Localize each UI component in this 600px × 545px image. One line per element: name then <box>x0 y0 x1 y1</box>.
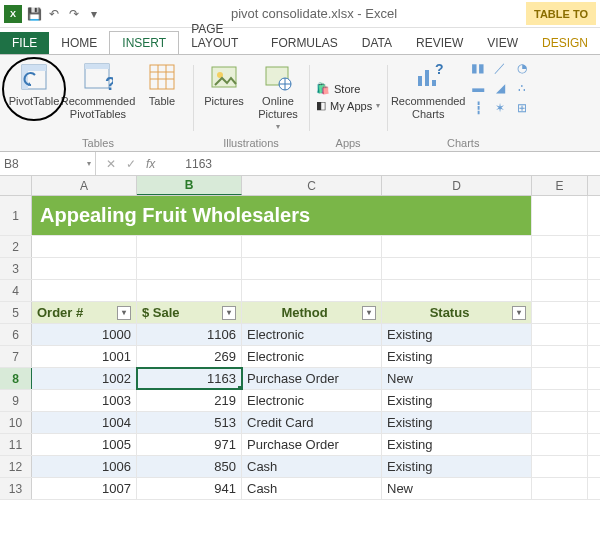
cell-status[interactable]: New <box>382 368 532 389</box>
my-apps-button[interactable]: ◧ My Apps ▾ <box>316 99 380 112</box>
store-button[interactable]: 🛍️ Store <box>316 82 380 95</box>
cell-order[interactable]: 1004 <box>32 412 137 433</box>
area-chart-icon[interactable]: ◢ <box>490 79 510 97</box>
cell[interactable] <box>532 236 588 257</box>
cell[interactable] <box>532 346 588 367</box>
cell[interactable] <box>137 280 242 301</box>
formula-bar-value[interactable]: 1163 <box>173 152 212 175</box>
cell[interactable] <box>242 258 382 279</box>
cell[interactable] <box>242 236 382 257</box>
redo-icon[interactable]: ↷ <box>66 6 82 22</box>
cell-method[interactable]: Cash <box>242 456 382 477</box>
pie-chart-icon[interactable]: ◔ <box>512 59 532 77</box>
row-header[interactable]: 4 <box>0 280 32 301</box>
cell[interactable] <box>532 390 588 411</box>
cell[interactable] <box>137 236 242 257</box>
cell-status[interactable]: Existing <box>382 346 532 367</box>
cell-sale[interactable]: 269 <box>137 346 242 367</box>
cell[interactable] <box>532 368 588 389</box>
filter-icon[interactable]: ▾ <box>362 306 376 320</box>
cell-status[interactable]: Existing <box>382 434 532 455</box>
row-header[interactable]: 2 <box>0 236 32 257</box>
cell-method[interactable]: Electronic <box>242 346 382 367</box>
header-method[interactable]: Method▾ <box>242 302 382 323</box>
filter-icon[interactable]: ▾ <box>117 306 131 320</box>
customize-qat-icon[interactable]: ▾ <box>86 6 102 22</box>
cell[interactable] <box>532 324 588 345</box>
chart-type-gallery[interactable]: ▮▮ ／ ◔ ▬ ◢ ∴ ┇ ✶ ⊞ <box>468 59 532 117</box>
tab-home[interactable]: HOME <box>49 32 109 54</box>
hbar-chart-icon[interactable]: ▬ <box>468 79 488 97</box>
tab-page-layout[interactable]: PAGE LAYOUT <box>179 18 259 54</box>
cell[interactable] <box>532 258 588 279</box>
combo-chart-icon[interactable]: ⊞ <box>512 99 532 117</box>
table-button[interactable]: Table <box>138 59 186 108</box>
tab-review[interactable]: REVIEW <box>404 32 475 54</box>
row-header[interactable]: 13 <box>0 478 32 499</box>
pivottable-button[interactable]: PivotTable <box>10 59 58 108</box>
row-header[interactable]: 5 <box>0 302 32 323</box>
header-sale[interactable]: $ Sale▾ <box>137 302 242 323</box>
merged-title-cell[interactable]: Appealing Fruit Wholesalers <box>32 196 532 235</box>
cell[interactable] <box>137 258 242 279</box>
tab-design[interactable]: DESIGN <box>530 32 600 54</box>
cell-status[interactable]: New <box>382 478 532 499</box>
name-box[interactable]: B8 ▾ <box>0 152 96 175</box>
cell-status[interactable]: Existing <box>382 412 532 433</box>
cell-order[interactable]: 1007 <box>32 478 137 499</box>
radar-chart-icon[interactable]: ✶ <box>490 99 510 117</box>
cell[interactable] <box>32 236 137 257</box>
cell-sale[interactable]: 513 <box>137 412 242 433</box>
cell[interactable] <box>532 196 588 235</box>
row-header[interactable]: 12 <box>0 456 32 477</box>
col-header-b[interactable]: B <box>137 176 242 195</box>
bar-chart-icon[interactable]: ▮▮ <box>468 59 488 77</box>
cell-method[interactable]: Credit Card <box>242 412 382 433</box>
enter-icon[interactable]: ✓ <box>126 157 136 171</box>
line-chart-icon[interactable]: ／ <box>490 59 510 77</box>
cell-method[interactable]: Cash <box>242 478 382 499</box>
cell-method[interactable]: Purchase Order <box>242 368 382 389</box>
cell[interactable] <box>532 456 588 477</box>
row-header[interactable]: 6 <box>0 324 32 345</box>
row-header[interactable]: 8 <box>0 368 32 389</box>
stock-chart-icon[interactable]: ┇ <box>468 99 488 117</box>
cell[interactable] <box>382 258 532 279</box>
tab-data[interactable]: DATA <box>350 32 404 54</box>
tab-view[interactable]: VIEW <box>475 32 530 54</box>
cell-method[interactable]: Electronic <box>242 324 382 345</box>
scatter-chart-icon[interactable]: ∴ <box>512 79 532 97</box>
col-header-a[interactable]: A <box>32 176 137 195</box>
cell-method[interactable]: Electronic <box>242 390 382 411</box>
cell-status[interactable]: Existing <box>382 390 532 411</box>
cell-order[interactable]: 1003 <box>32 390 137 411</box>
cell[interactable] <box>382 236 532 257</box>
select-all-corner[interactable] <box>0 176 32 195</box>
col-header-d[interactable]: D <box>382 176 532 195</box>
fx-icon[interactable]: fx <box>146 157 163 171</box>
undo-icon[interactable]: ↶ <box>46 6 62 22</box>
header-status[interactable]: Status▾ <box>382 302 532 323</box>
filter-icon[interactable]: ▾ <box>222 306 236 320</box>
cell-order[interactable]: 1000 <box>32 324 137 345</box>
cell[interactable] <box>532 412 588 433</box>
cell[interactable] <box>242 280 382 301</box>
cell-order[interactable]: 1001 <box>32 346 137 367</box>
cell[interactable] <box>532 434 588 455</box>
row-header[interactable]: 10 <box>0 412 32 433</box>
cell[interactable] <box>382 280 532 301</box>
recommended-pivottables-button[interactable]: ? Recommended PivotTables <box>64 59 132 120</box>
cell[interactable] <box>532 280 588 301</box>
cell-sale[interactable]: 219 <box>137 390 242 411</box>
cell-sale[interactable]: 1106 <box>137 324 242 345</box>
cell-order[interactable]: 1002 <box>32 368 137 389</box>
cell-sale[interactable]: 971 <box>137 434 242 455</box>
cell[interactable] <box>532 478 588 499</box>
row-header[interactable]: 3 <box>0 258 32 279</box>
row-header[interactable]: 9 <box>0 390 32 411</box>
tab-formulas[interactable]: FORMULAS <box>259 32 350 54</box>
row-header[interactable]: 7 <box>0 346 32 367</box>
active-cell[interactable]: 1163 <box>137 368 242 389</box>
cell[interactable] <box>32 280 137 301</box>
col-header-c[interactable]: C <box>242 176 382 195</box>
